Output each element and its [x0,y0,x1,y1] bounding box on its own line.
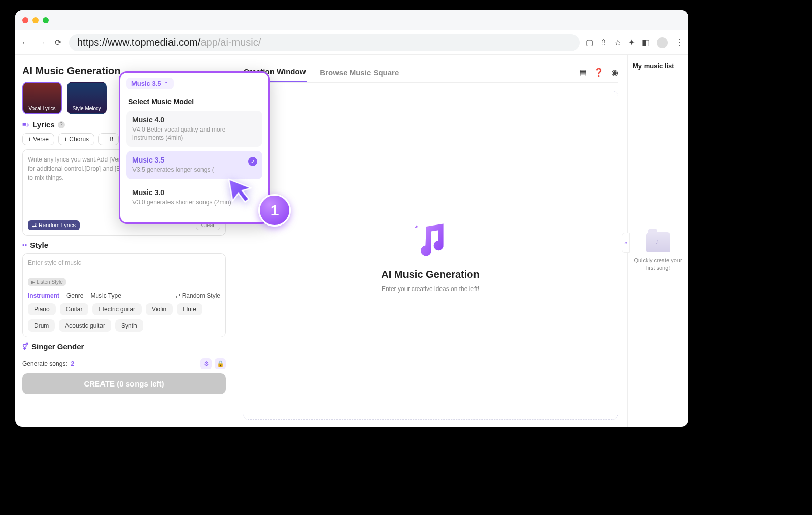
my-music-list-title: My music list [633,62,674,70]
chip-bridge[interactable]: + B [98,133,119,145]
random-lyrics-button[interactable]: ⇄Random Lyrics [28,220,80,230]
bookmark-icon[interactable]: ☆ [614,38,621,47]
profile-avatar[interactable] [657,37,668,48]
center-tabs: Creation Window Browse Music Square ▤ ❓ … [243,62,618,83]
center-heading: AI Music Generation [381,269,479,280]
window-titlebar [15,10,688,30]
settings-icon[interactable]: ⚙ [200,358,212,369]
install-icon[interactable]: ▢ [586,38,593,47]
app-body: AI Music Generation Vocal Lyrics Style M… [15,55,688,427]
style-icon: ▪▪ [22,241,27,249]
style-tag-row: Piano Guitar Electric guitar Violin Flut… [28,303,220,332]
lyrics-icon: ≡♪ [22,121,29,128]
browser-window: ← → ⟳ https://www.topmediai.com/app/ai-m… [15,10,688,427]
tag-electric-guitar[interactable]: Electric guitar [92,303,142,315]
lyrics-heading-label: Lyrics [32,120,55,129]
forward-icon[interactable]: → [37,38,47,48]
tag-piano[interactable]: Piano [28,303,56,315]
music-note-icon [408,218,453,264]
chip-verse[interactable]: + Verse [22,133,54,145]
mode-card-label: Vocal Lyrics [29,106,56,111]
help-circle-icon[interactable]: ❓ [594,68,604,77]
help-icon[interactable]: ? [58,121,65,128]
tab-browse-music-square[interactable]: Browse Music Square [319,63,400,82]
empty-music-folder: Quickly create your first song! [633,232,683,272]
tab-music-type[interactable]: Music Type [90,292,121,299]
random-style-button[interactable]: ⇄Random Style [176,292,220,299]
dropdown-item-name: Music 3.5 [132,156,256,164]
singer-heading-label: Singer Gender [31,342,84,351]
reload-icon[interactable]: ⟳ [53,38,63,48]
play-icon: ▶ [31,279,35,285]
collapse-right-panel-icon[interactable]: « [622,233,630,253]
generate-label: Generate songs: [22,360,67,367]
center-subtext: Enter your creative ideas on the left! [382,285,479,293]
tutorial-cursor-icon [222,170,258,207]
dropdown-item-desc: V4.0 Better vocal quality and more instr… [132,126,256,142]
zoom-window-dot[interactable] [43,17,49,23]
dropdown-title: Select Music Model [128,98,262,106]
model-dropdown-trigger[interactable]: Music 3.5 ⌃ [126,78,174,89]
tag-acoustic-guitar[interactable]: Acoustic guitar [59,319,111,332]
listen-style-label: Listen Style [37,279,63,285]
random-lyrics-label: Random Lyrics [39,222,76,228]
style-heading-label: Style [30,241,48,249]
center-panel: Creation Window Browse Music Square ▤ ❓ … [233,55,627,427]
center-tab-icons: ▤ ❓ ◉ [579,68,618,77]
gender-icon: ⚥ [22,343,28,350]
dropdown-item-music-4[interactable]: Music 4.0 V4.0 Better vocal quality and … [126,111,262,147]
url-dark: https://www.topmediai.com/ [77,37,200,48]
kebab-menu-icon[interactable]: ⋮ [675,38,683,47]
tag-drum[interactable]: Drum [28,319,55,332]
mode-card-style-melody[interactable]: Style Melody [67,82,107,114]
shuffle-icon: ⇄ [32,222,37,229]
tag-violin[interactable]: Violin [146,303,173,315]
create-button[interactable]: CREATE (0 songs left) [22,373,226,394]
tab-genre[interactable]: Genre [66,292,83,299]
style-heading: ▪▪ Style [22,241,226,249]
close-window-dot[interactable] [22,17,28,23]
browser-toolbar: ← → ⟳ https://www.topmediai.com/app/ai-m… [15,30,688,55]
check-icon: ✓ [248,157,257,166]
tag-synth[interactable]: Synth [115,319,143,332]
mode-card-vocal-lyrics[interactable]: Vocal Lyrics [22,82,62,114]
generate-row: Generate songs: 2 ⚙ 🔒 [22,358,226,369]
tag-guitar[interactable]: Guitar [60,303,89,315]
right-panel: My music list « Quickly create your firs… [627,55,688,427]
tutorial-step-badge: 1 [258,194,291,227]
minimize-window-dot[interactable] [32,17,39,23]
folder-icon [646,232,670,252]
mode-card-label: Style Melody [72,106,101,111]
generate-controls: ⚙ 🔒 [200,358,226,369]
folder-text: Quickly create your first song! [633,256,683,272]
extensions-icon[interactable]: ✦ [628,38,635,47]
dropdown-item-name: Music 4.0 [132,116,256,124]
center-body: AI Music Generation Enter your creative … [243,91,618,420]
generate-count[interactable]: 2 [71,360,74,367]
back-icon[interactable]: ← [20,38,30,48]
toolbar-icons: ▢ ⇪ ☆ ✦ ◧ ⋮ [586,37,683,48]
model-dropdown-trigger-label: Music 3.5 [131,80,161,87]
style-box: Enter style of music ▶Listen Style Instr… [22,253,226,337]
chip-chorus[interactable]: + Chorus [58,133,94,145]
shuffle-icon: ⇄ [176,293,180,299]
tab-instrument[interactable]: Instrument [28,292,59,299]
share-icon[interactable]: ⇪ [600,38,607,47]
history-icon[interactable]: ▤ [579,68,587,77]
discord-icon[interactable]: ◉ [611,68,618,77]
panel-icon[interactable]: ◧ [642,38,650,47]
tag-flute[interactable]: Flute [177,303,202,315]
url-bar[interactable]: https://www.topmediai.com/app/ai-music/ [69,34,580,51]
style-tabs: Instrument Genre Music Type [28,292,121,299]
style-tab-row: Instrument Genre Music Type ⇄Random Styl… [28,292,220,299]
chevron-up-icon: ⌃ [164,81,168,86]
random-style-label: Random Style [182,292,220,299]
lock-icon[interactable]: 🔒 [215,358,226,369]
singer-heading: ⚥ Singer Gender [22,342,226,351]
url-light: app/ai-music/ [200,37,261,48]
listen-style-button[interactable]: ▶Listen Style [28,278,66,286]
style-input[interactable]: Enter style of music [28,259,220,274]
